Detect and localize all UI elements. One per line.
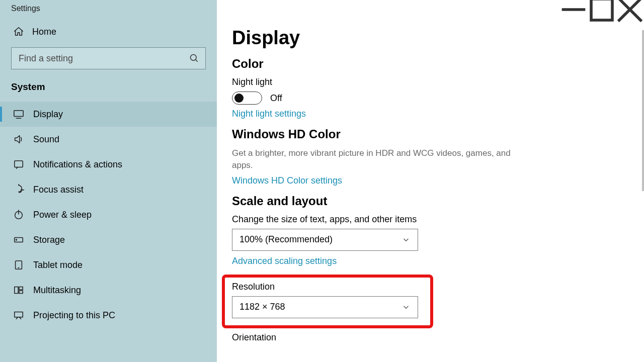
resolution-label: Resolution (232, 282, 423, 292)
sidebar-item-label: Sound (33, 134, 59, 145)
home-icon (13, 26, 24, 37)
storage-icon (13, 234, 24, 245)
sidebar-item-sound[interactable]: Sound (0, 127, 217, 152)
tablet-icon (13, 259, 24, 270)
night-light-settings-link[interactable]: Night light settings (232, 109, 629, 119)
hd-color-settings-link[interactable]: Windows HD Color settings (232, 175, 629, 186)
resolution-dropdown[interactable]: 1182 × 768 (232, 296, 418, 318)
sidebar: Home System Display Sound Notifications … (0, 0, 217, 362)
svg-rect-8 (15, 161, 23, 167)
chevron-down-icon (401, 235, 411, 244)
projecting-icon (13, 310, 24, 321)
svg-rect-18 (15, 312, 23, 317)
section-hd-heading: Windows HD Color (232, 127, 629, 141)
svg-rect-16 (19, 287, 23, 290)
text-scaling-value: 100% (Recommended) (239, 234, 333, 245)
sidebar-item-focus-assist[interactable]: Focus assist (0, 177, 217, 202)
sidebar-item-storage[interactable]: Storage (0, 227, 217, 252)
orientation-label: Orientation (232, 332, 629, 343)
sidebar-item-tablet[interactable]: Tablet mode (0, 252, 217, 278)
sidebar-item-label: Projecting to this PC (33, 310, 115, 321)
window-title: Settings (11, 4, 40, 13)
resolution-highlight: Resolution 1182 × 768 (222, 275, 433, 328)
content-pane: Display Color Night light Off Night ligh… (217, 0, 644, 362)
svg-rect-15 (15, 287, 18, 294)
text-scaling-dropdown[interactable]: 100% (Recommended) (232, 229, 418, 251)
sidebar-item-multitasking[interactable]: Multitasking (0, 278, 217, 303)
search-icon (189, 53, 199, 63)
svg-line-5 (196, 60, 198, 62)
sidebar-item-notifications[interactable]: Notifications & actions (0, 152, 217, 177)
display-icon (13, 109, 24, 120)
sidebar-category: System (0, 78, 217, 102)
multitasking-icon (13, 285, 24, 296)
search-input-container[interactable] (11, 47, 206, 69)
sidebar-item-label: Tablet mode (33, 260, 83, 270)
sidebar-item-power[interactable]: Power & sleep (0, 202, 217, 227)
night-light-toggle[interactable] (232, 92, 262, 105)
svg-point-4 (191, 55, 197, 61)
sidebar-item-label: Display (33, 109, 63, 120)
power-icon (13, 209, 24, 220)
scrollbar[interactable] (642, 30, 644, 191)
night-light-state: Off (270, 93, 282, 104)
advanced-scaling-link[interactable]: Advanced scaling settings (232, 256, 629, 266)
sidebar-item-label: Focus assist (33, 185, 84, 195)
resolution-value: 1182 × 768 (239, 302, 285, 312)
search-input[interactable] (19, 53, 189, 64)
chevron-down-icon (401, 303, 411, 312)
sidebar-item-label: Storage (33, 235, 65, 245)
text-size-label: Change the size of text, apps, and other… (232, 214, 629, 225)
sidebar-home-label: Home (32, 27, 56, 37)
focus-assist-icon (13, 184, 24, 195)
section-scale-heading: Scale and layout (232, 194, 629, 208)
sidebar-item-projecting[interactable]: Projecting to this PC (0, 303, 217, 328)
svg-rect-17 (19, 291, 23, 294)
sound-icon (13, 134, 24, 145)
notifications-icon (13, 159, 24, 170)
sidebar-item-label: Power & sleep (33, 210, 92, 220)
sidebar-item-display[interactable]: Display (0, 102, 217, 127)
hd-description: Get a brighter, more vibrant picture in … (232, 147, 524, 171)
sidebar-item-label: Notifications & actions (33, 159, 122, 170)
page-title: Display (232, 27, 629, 49)
night-light-label: Night light (232, 77, 629, 87)
toggle-knob (234, 94, 244, 103)
sidebar-item-label: Multitasking (33, 285, 81, 296)
sidebar-home[interactable]: Home (0, 19, 217, 44)
svg-rect-6 (14, 111, 23, 117)
svg-point-12 (16, 239, 17, 240)
section-color-heading: Color (232, 57, 629, 71)
